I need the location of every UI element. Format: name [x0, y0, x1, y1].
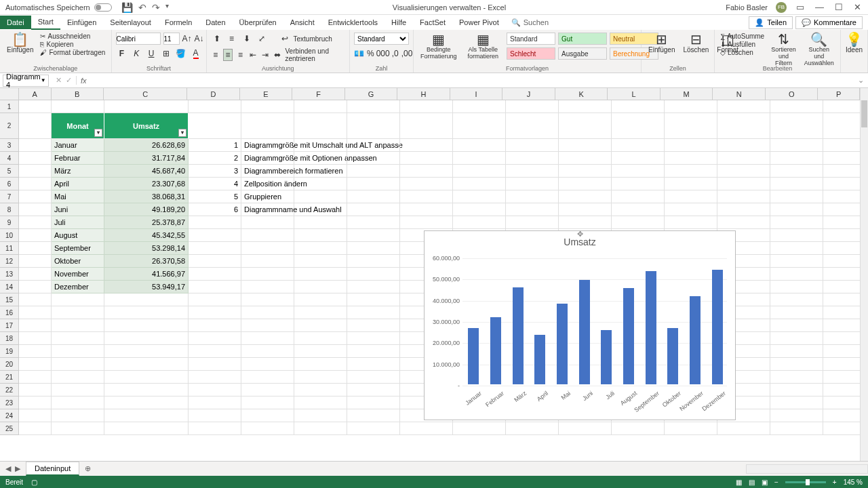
cell[interactable]	[347, 203, 400, 216]
cell[interactable]: 26.370,58	[104, 255, 189, 268]
cell[interactable]	[294, 113, 347, 139]
cell[interactable]	[506, 165, 559, 178]
cell[interactable]	[770, 371, 823, 384]
indent-dec-icon[interactable]: ⇤	[248, 49, 258, 61]
cell[interactable]	[19, 216, 52, 229]
cell[interactable]	[19, 281, 52, 293]
autosum-button[interactable]: ∑AutoSumme	[720, 33, 764, 40]
dec-dec-icon[interactable]: ,00	[401, 47, 413, 60]
cell[interactable]	[241, 306, 294, 319]
cell[interactable]	[612, 190, 665, 203]
cell[interactable]	[52, 332, 104, 345]
decrease-font-icon[interactable]: A↓	[195, 33, 204, 45]
cond-format-button[interactable]: ▦Bedingte Formatierung	[416, 31, 461, 61]
cell[interactable]	[823, 190, 865, 203]
cell[interactable]	[19, 255, 52, 268]
cell[interactable]	[770, 384, 823, 396]
col-header-P[interactable]: P	[818, 88, 860, 100]
cell[interactable]	[506, 113, 559, 139]
name-box[interactable]: Diagramm 4▼	[3, 75, 49, 87]
chart-bar[interactable]	[534, 335, 545, 384]
copy-button[interactable]: ⎘Kopieren	[40, 41, 105, 48]
cell[interactable]	[241, 229, 294, 242]
merge-button[interactable]: ⬌	[273, 49, 282, 61]
cell[interactable]	[453, 203, 506, 216]
cell[interactable]	[19, 113, 52, 139]
cell[interactable]	[52, 371, 104, 384]
cell[interactable]	[823, 203, 865, 216]
chart-bar[interactable]	[468, 328, 479, 384]
row-header[interactable]: 21	[0, 371, 19, 384]
cell[interactable]	[823, 242, 865, 255]
cell[interactable]	[189, 409, 241, 422]
cell[interactable]	[400, 113, 453, 139]
cell[interactable]	[665, 422, 717, 435]
cell[interactable]	[823, 409, 865, 422]
cell[interactable]	[717, 100, 770, 113]
cell[interactable]	[665, 165, 717, 178]
cell[interactable]	[347, 229, 400, 242]
col-header-M[interactable]: M	[660, 88, 713, 100]
tab-formulas[interactable]: Formeln	[158, 16, 199, 29]
row-header[interactable]: 15	[0, 293, 19, 306]
style-gut[interactable]: Gut	[558, 33, 607, 45]
row-header[interactable]: 12	[0, 255, 19, 268]
align-center-icon[interactable]: ≡	[223, 49, 233, 61]
save-icon[interactable]: 💾	[121, 2, 133, 13]
cell[interactable]	[453, 178, 506, 190]
cell[interactable]	[823, 281, 865, 293]
cell[interactable]	[52, 358, 104, 371]
cell[interactable]	[189, 100, 241, 113]
cell[interactable]	[104, 396, 189, 409]
cell[interactable]	[347, 319, 400, 332]
col-header-G[interactable]: G	[345, 88, 398, 100]
cell[interactable]	[770, 255, 823, 268]
cell[interactable]	[19, 178, 52, 190]
cell[interactable]	[559, 178, 612, 190]
sheet-next-icon[interactable]: ▶	[15, 464, 20, 473]
cell[interactable]	[189, 293, 241, 306]
cell[interactable]	[52, 422, 104, 435]
paste-button[interactable]: 📋Einfügen	[3, 31, 37, 58]
cell[interactable]	[19, 229, 52, 242]
cell[interactable]	[19, 165, 52, 178]
chart-bar[interactable]	[690, 296, 701, 384]
redo-icon[interactable]: ↷	[152, 2, 160, 13]
style-ausgabe[interactable]: Ausgabe	[558, 47, 607, 60]
cell[interactable]	[665, 203, 717, 216]
cell[interactable]: Dezember	[52, 281, 104, 293]
cell[interactable]	[823, 358, 865, 371]
cell[interactable]	[294, 255, 347, 268]
cell[interactable]	[241, 396, 294, 409]
cell[interactable]	[189, 345, 241, 358]
row-header[interactable]: 6	[0, 178, 19, 190]
cell[interactable]	[665, 178, 717, 190]
row-header[interactable]: 25	[0, 422, 19, 435]
cell[interactable]	[823, 268, 865, 281]
tab-devtools[interactable]: Entwicklertools	[321, 16, 384, 29]
cell[interactable]: 26.628,69	[104, 139, 189, 152]
fill-color-icon[interactable]: 🪣	[175, 47, 187, 60]
close-icon[interactable]: ✕	[852, 2, 863, 12]
align-bottom-icon[interactable]: ⬇	[241, 33, 253, 45]
row-header[interactable]: 1	[0, 100, 19, 113]
cell[interactable]	[717, 190, 770, 203]
row-header[interactable]: 20	[0, 358, 19, 371]
cell[interactable]	[347, 165, 400, 178]
cell[interactable]	[506, 190, 559, 203]
cell[interactable]: 45.342,55	[104, 229, 189, 242]
tab-review[interactable]: Überprüfen	[233, 16, 283, 29]
cell[interactable]	[104, 409, 189, 422]
cell[interactable]: Juni	[52, 203, 104, 216]
cell[interactable]	[823, 229, 865, 242]
cell[interactable]	[104, 422, 189, 435]
zoom-out-icon[interactable]: −	[774, 479, 778, 486]
cell[interactable]	[770, 396, 823, 409]
italic-icon[interactable]: K	[130, 47, 142, 60]
cell[interactable]	[400, 165, 453, 178]
expand-formula-icon[interactable]: ⌄	[854, 76, 868, 85]
cell[interactable]	[770, 190, 823, 203]
cell[interactable]	[347, 293, 400, 306]
cell[interactable]	[52, 345, 104, 358]
cell[interactable]	[453, 165, 506, 178]
